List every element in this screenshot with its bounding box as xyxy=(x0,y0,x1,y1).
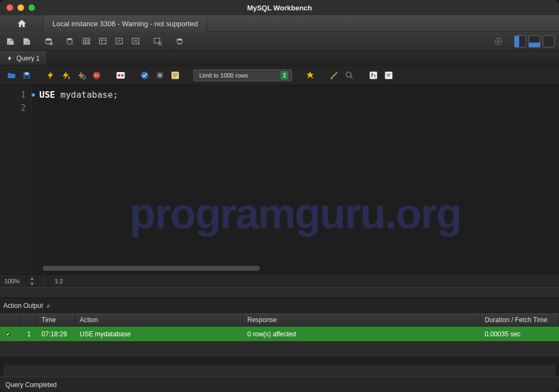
create-procedure-button[interactable]: + xyxy=(114,35,126,47)
output-row[interactable]: ✔ 1 07:18:29 USE mydatabase 0 row(s) aff… xyxy=(0,326,559,342)
line-gutter: 1 2 xyxy=(0,85,32,274)
create-schema-button[interactable]: + xyxy=(64,35,76,47)
svg-point-23 xyxy=(118,74,121,76)
main-toolbar: + + + + + + xyxy=(0,32,559,51)
home-icon xyxy=(17,19,27,28)
reconnect-button[interactable] xyxy=(174,35,186,47)
stepper-arrows-icon[interactable]: ▲▼ xyxy=(29,276,34,287)
query-tab[interactable]: Query 1 xyxy=(0,51,47,65)
svg-point-17 xyxy=(497,40,500,43)
svg-point-21 xyxy=(82,75,86,79)
output-table-header: Time Action Response Duration / Fetch Ti… xyxy=(0,313,559,326)
lightning-icon xyxy=(7,55,13,62)
svg-rect-31 xyxy=(370,72,378,79)
query-tab-label: Query 1 xyxy=(16,55,40,62)
inspector-button[interactable] xyxy=(43,35,55,47)
beautify-button[interactable] xyxy=(328,69,340,81)
row-time: 07:18:29 xyxy=(37,326,75,341)
row-response: 0 row(s) affected xyxy=(243,326,480,341)
svg-rect-29 xyxy=(331,78,334,79)
toggle-right-panel[interactable] xyxy=(543,35,555,47)
svg-point-30 xyxy=(346,72,351,77)
explain-button[interactable] xyxy=(75,69,87,81)
svg-text:+: + xyxy=(88,40,91,46)
status-text: Query Completed xyxy=(5,381,57,389)
svg-text:+: + xyxy=(121,40,124,46)
row-index: 1 xyxy=(21,326,37,341)
svg-rect-20 xyxy=(69,76,70,79)
svg-text:+: + xyxy=(137,40,140,46)
col-duration[interactable]: Duration / Fetch Time xyxy=(480,314,559,326)
horizontal-scrollbar[interactable] xyxy=(43,266,260,271)
window-title: MySQL Workbench xyxy=(0,4,559,12)
code-area[interactable]: USE mydatabase; programguru.org xyxy=(32,85,559,274)
create-function-button[interactable]: + xyxy=(130,35,142,47)
svg-rect-19 xyxy=(25,72,28,74)
zoom-level[interactable]: 100% xyxy=(4,278,20,284)
output-selector[interactable]: Action Output ⇵ xyxy=(3,302,50,310)
svg-text:+: + xyxy=(71,40,74,46)
favorite-button[interactable]: + xyxy=(304,69,316,81)
toggle-invisible-button[interactable]: ¶ xyxy=(367,69,379,81)
spacer xyxy=(0,357,559,365)
editor-toolbar: Limit to 1000 rows ▲▼ + ¶ xyxy=(0,66,559,85)
col-status xyxy=(0,314,21,326)
connection-tab-label: Local instance 3306 - Warning - not supp… xyxy=(52,20,198,28)
svg-text:+: + xyxy=(104,40,108,46)
row-limit-select[interactable]: Limit to 1000 rows ▲▼ xyxy=(193,69,292,81)
sql-editor[interactable]: 1 2 USE mydatabase; programguru.org xyxy=(0,85,559,274)
toggle-whitespace-button[interactable] xyxy=(169,69,181,81)
svg-point-16 xyxy=(495,38,502,45)
svg-point-24 xyxy=(121,74,124,76)
save-file-button[interactable] xyxy=(21,69,33,81)
open-file-button[interactable] xyxy=(5,69,17,81)
output-rows: ✔ 1 07:18:29 USE mydatabase 0 row(s) aff… xyxy=(0,326,559,357)
code-text: mydatabase; xyxy=(55,90,118,100)
cursor-position: 1:2 xyxy=(55,278,63,284)
stepper-arrows-icon: ▲▼ xyxy=(281,71,288,80)
line-number: 2 xyxy=(0,102,31,115)
commit-button[interactable] xyxy=(139,69,151,81)
new-sql-tab-button[interactable]: + xyxy=(4,35,16,47)
connection-tab[interactable]: Local instance 3306 - Warning - not supp… xyxy=(44,15,207,32)
toggle-autocommit-button[interactable] xyxy=(115,69,127,81)
pane-splitter[interactable]: ⋯ xyxy=(0,287,559,298)
home-tab[interactable] xyxy=(0,15,44,32)
output-selector-row: Action Output ⇵ xyxy=(0,298,559,313)
open-sql-file-button[interactable] xyxy=(21,35,33,47)
svg-rect-18 xyxy=(25,75,29,78)
query-tabs: Query 1 xyxy=(0,51,559,66)
find-button[interactable] xyxy=(343,69,355,81)
connection-tabs: Local instance 3306 - Warning - not supp… xyxy=(0,15,559,32)
svg-point-15 xyxy=(177,38,182,40)
col-time[interactable]: Time xyxy=(37,314,75,326)
col-response[interactable]: Response xyxy=(243,314,480,326)
execute-button[interactable] xyxy=(45,69,57,81)
search-table-data-button[interactable] xyxy=(152,35,164,47)
stop-button[interactable] xyxy=(91,69,103,81)
row-action: USE mydatabase xyxy=(75,326,243,341)
toggle-left-panel[interactable] xyxy=(514,35,526,47)
titlebar: MySQL Workbench xyxy=(0,0,559,15)
row-duration: 0.00035 sec xyxy=(480,326,559,341)
row-limit-label: Limit to 1000 rows xyxy=(199,72,248,79)
svg-text:+: + xyxy=(8,40,10,46)
statusbar: Query Completed xyxy=(0,377,559,392)
success-icon: ✔ xyxy=(4,330,12,338)
col-index xyxy=(21,314,37,326)
toggle-bottom-panel[interactable] xyxy=(528,35,540,47)
svg-text:¶: ¶ xyxy=(374,74,376,78)
create-table-button[interactable]: + xyxy=(81,35,93,47)
watermark-text: programguru.org xyxy=(32,189,559,239)
keyword: USE xyxy=(39,90,55,100)
wrap-button[interactable] xyxy=(383,69,395,81)
svg-point-1 xyxy=(46,38,52,41)
create-view-button[interactable]: + xyxy=(97,35,109,47)
execute-current-button[interactable] xyxy=(60,69,72,81)
output-row-empty xyxy=(0,342,559,357)
line-number: 1 xyxy=(0,88,31,102)
col-action[interactable]: Action xyxy=(75,314,243,326)
settings-button[interactable] xyxy=(492,35,504,47)
svg-point-3 xyxy=(67,38,72,40)
rollback-button[interactable] xyxy=(154,69,166,81)
